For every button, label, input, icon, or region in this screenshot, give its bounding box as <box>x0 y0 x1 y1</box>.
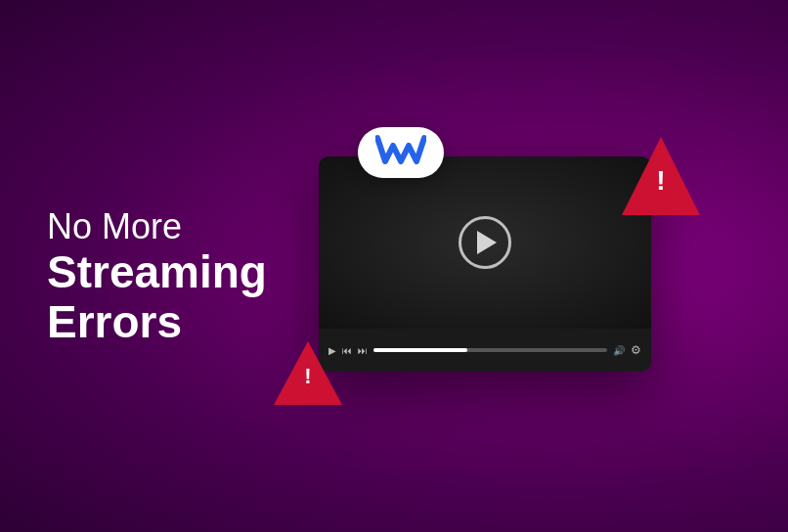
exclamation-mark-large: ! <box>656 165 665 197</box>
wondr-logo <box>375 134 426 172</box>
progress-bar[interactable] <box>373 348 607 352</box>
hero-line1: No More <box>47 205 267 247</box>
prev-icon[interactable]: ⏮ <box>342 345 352 356</box>
play-icon <box>477 231 497 254</box>
warning-shape-large: ! <box>622 137 700 215</box>
next-icon[interactable]: ⏭ <box>358 345 368 356</box>
hero-text-block: No More Streaming Errors <box>47 205 267 346</box>
video-player: ▶ ⏮ ⏭ 🔊 ⚙ <box>319 156 651 372</box>
hero-background: No More Streaming Errors ▶ ⏮ <box>0 0 788 532</box>
video-screen <box>319 156 651 329</box>
wondr-logo-badge <box>358 127 444 178</box>
volume-icon[interactable]: 🔊 <box>613 345 625 356</box>
w-logo-svg <box>375 134 426 165</box>
settings-icon[interactable]: ⚙ <box>631 343 641 357</box>
hero-line2: Streaming <box>47 247 267 297</box>
video-player-container: ▶ ⏮ ⏭ 🔊 ⚙ <box>309 127 661 362</box>
hero-line3: Errors <box>47 297 267 347</box>
warning-triangle-bottom-left: ! <box>274 341 342 405</box>
progress-fill <box>373 348 467 352</box>
play-button[interactable] <box>459 216 511 269</box>
exclamation-mark-medium: ! <box>304 364 311 389</box>
warning-triangle-top-right: ! <box>622 137 700 215</box>
video-controls-bar: ▶ ⏮ ⏭ 🔊 ⚙ <box>319 329 651 372</box>
warning-shape-medium: ! <box>274 341 342 405</box>
